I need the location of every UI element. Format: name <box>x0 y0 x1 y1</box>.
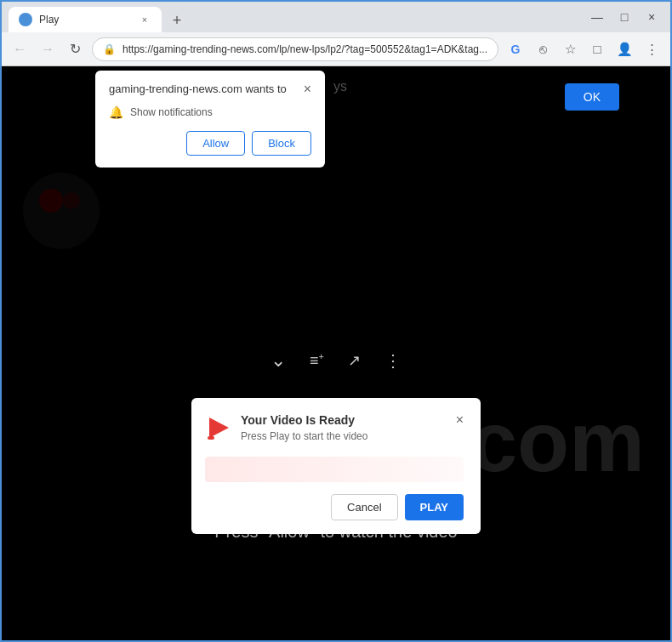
url-text: https://gaming-trending-news.com/lp/new-… <box>122 43 487 55</box>
partial-text: ys <box>333 79 347 94</box>
play-icon <box>205 415 231 446</box>
active-tab[interactable]: Play × <box>9 7 162 32</box>
refresh-button[interactable]: ↻ <box>64 37 87 61</box>
share-icon[interactable]: ↗ <box>348 351 361 370</box>
svg-point-0 <box>23 173 100 249</box>
video-subtitle: Press Play to start the video <box>241 430 367 442</box>
more-options-icon[interactable]: ⋮ <box>384 350 401 371</box>
forward-button[interactable]: → <box>37 37 60 61</box>
notification-site-text: gaming-trending-news.com wants to <box>109 82 297 97</box>
video-text: Your Video Is Ready Press Play to start … <box>241 413 367 442</box>
tab-title: Play <box>39 14 131 26</box>
video-popup-content: Your Video Is Ready Press Play to start … <box>205 413 367 446</box>
background-logo <box>19 168 104 257</box>
popup-header: gaming-trending-news.com wants to × <box>109 82 311 97</box>
bottom-icons-bar: ⌄ ≡+ ↗ ⋮ <box>271 349 401 372</box>
bell-icon: 🔔 <box>109 105 123 119</box>
video-progress-bar <box>205 457 464 482</box>
notification-close-button[interactable]: × <box>304 82 311 96</box>
video-title: Your Video Is Ready <box>241 413 367 427</box>
toolbar-icons: G ⎋ ☆ □ 👤 ⋮ <box>504 37 663 61</box>
tab-favicon <box>19 13 32 26</box>
svg-marker-3 <box>209 418 229 438</box>
notification-row: 🔔 Show notifications <box>109 105 311 119</box>
extensions-icon[interactable]: □ <box>585 37 609 61</box>
svg-point-1 <box>39 189 63 213</box>
block-button[interactable]: Block <box>252 131 311 156</box>
address-bar: ← → ↻ 🔒 https://gaming-trending-news.com… <box>2 32 670 66</box>
close-button[interactable]: × <box>640 5 663 29</box>
bookmark-icon[interactable]: ☆ <box>558 37 582 61</box>
google-icon[interactable]: G <box>504 37 527 61</box>
playlist-add-icon[interactable]: ≡+ <box>310 351 324 370</box>
share-icon[interactable]: ⎋ <box>531 37 555 61</box>
maximize-button[interactable]: □ <box>612 5 636 29</box>
window-controls: — □ × <box>585 5 663 29</box>
notification-buttons: Allow Block <box>109 131 311 156</box>
content-area: risk.com ys gaming-trending-news.com wan… <box>2 66 670 642</box>
video-popup-header: Your Video Is Ready Press Play to start … <box>205 413 464 446</box>
title-bar: Play × + — □ × <box>2 2 670 32</box>
menu-icon[interactable]: ⋮ <box>640 37 663 61</box>
notification-permission-popup: gaming-trending-news.com wants to × 🔔 Sh… <box>95 71 325 168</box>
ok-button-area: OK <box>565 83 619 111</box>
lock-icon: 🔒 <box>103 43 116 55</box>
new-tab-button[interactable]: + <box>165 9 189 32</box>
svg-rect-4 <box>208 436 214 440</box>
tab-close-button[interactable]: × <box>138 13 151 26</box>
allow-button[interactable]: Allow <box>186 131 245 156</box>
cancel-button[interactable]: Cancel <box>331 494 397 520</box>
minimize-button[interactable]: — <box>585 5 609 29</box>
svg-point-2 <box>63 192 80 209</box>
video-popup-close-button[interactable]: × <box>456 413 464 427</box>
video-ready-popup: Your Video Is Ready Press Play to start … <box>191 398 481 534</box>
play-button[interactable]: PLAY <box>405 494 464 520</box>
notification-description: Show notifications <box>130 106 213 118</box>
tab-area: Play × + <box>9 2 578 32</box>
profile-icon[interactable]: 👤 <box>612 37 636 61</box>
ok-button[interactable]: OK <box>565 83 619 111</box>
chevron-down-icon[interactable]: ⌄ <box>271 349 286 372</box>
url-bar[interactable]: 🔒 https://gaming-trending-news.com/lp/ne… <box>92 37 498 61</box>
video-popup-buttons: Cancel PLAY <box>205 494 464 520</box>
back-button[interactable]: ← <box>9 37 31 61</box>
